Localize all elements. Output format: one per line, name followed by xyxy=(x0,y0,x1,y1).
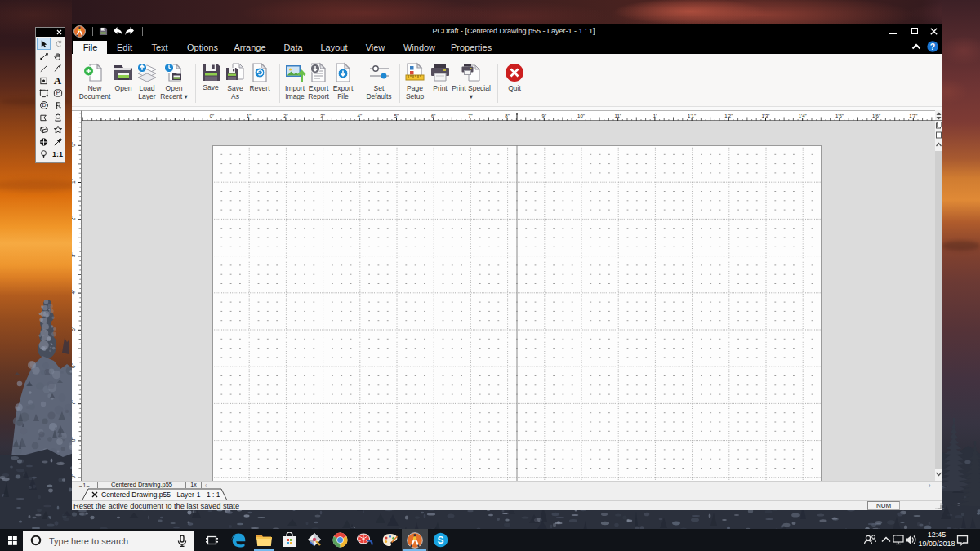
svg-text:?: ? xyxy=(930,41,935,51)
svg-text:1'3": 1'3" xyxy=(762,113,770,118)
svg-text:4": 4" xyxy=(72,289,76,295)
svg-text:1'6": 1'6" xyxy=(872,113,880,118)
svg-text:P: P xyxy=(56,90,60,96)
svg-text:5": 5" xyxy=(394,113,399,118)
svg-text:9": 9" xyxy=(542,113,546,118)
svg-text:9": 9" xyxy=(72,473,76,479)
svg-text:10": 10" xyxy=(577,113,585,118)
svg-text:8": 8" xyxy=(505,113,509,118)
svg-text:3": 3" xyxy=(320,113,324,118)
svg-text:8": 8" xyxy=(72,437,76,442)
svg-text:4": 4" xyxy=(358,113,362,118)
svg-text:6": 6" xyxy=(431,113,435,118)
svg-text:6": 6" xyxy=(72,362,76,368)
svg-text:1'1": 1'1" xyxy=(688,113,696,118)
svg-text:1": 1" xyxy=(72,178,76,184)
svg-text:1'4": 1'4" xyxy=(799,113,807,118)
svg-text:11": 11" xyxy=(615,113,621,118)
svg-text:1': 1' xyxy=(653,113,657,118)
svg-text:5": 5" xyxy=(72,326,76,331)
svg-text:7": 7" xyxy=(468,113,472,118)
svg-text:1": 1" xyxy=(247,113,251,118)
svg-text:0": 0" xyxy=(72,141,76,147)
svg-text:2": 2" xyxy=(72,216,76,221)
svg-text:3": 3" xyxy=(72,252,76,258)
svg-text:2": 2" xyxy=(283,113,287,118)
svg-text:0": 0" xyxy=(210,113,214,118)
svg-text:D: D xyxy=(42,102,46,108)
svg-text:1'7": 1'7" xyxy=(909,113,917,118)
svg-text:7": 7" xyxy=(72,400,76,406)
svg-text:1'2": 1'2" xyxy=(724,113,733,118)
svg-text:1'5": 1'5" xyxy=(835,113,844,118)
